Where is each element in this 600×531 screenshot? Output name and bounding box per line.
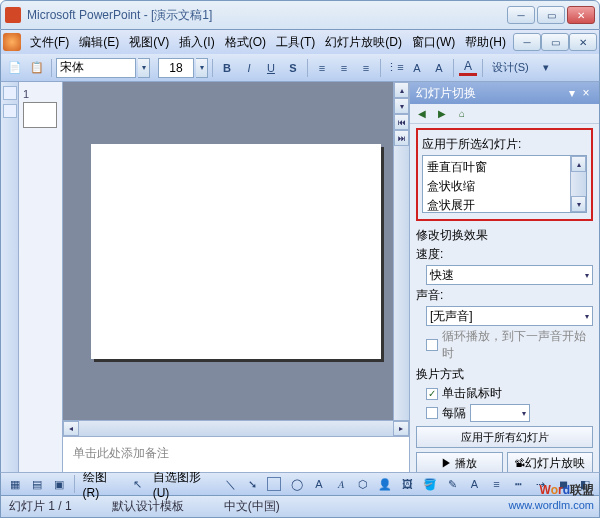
line-color-icon[interactable]: ✎ (443, 474, 462, 494)
font-color-icon[interactable]: A (458, 58, 478, 78)
line-icon[interactable]: ＼ (220, 474, 239, 494)
nav-home-icon[interactable]: ⌂ (454, 106, 470, 122)
font-select[interactable]: 宋体 (56, 58, 136, 78)
menu-slideshow[interactable]: 幻灯片放映(D) (320, 32, 407, 53)
increase-font-icon[interactable]: A (407, 58, 427, 78)
paste-icon[interactable]: 📋 (27, 58, 47, 78)
oval-icon[interactable]: ◯ (287, 474, 306, 494)
menubar: 文件(F) 编辑(E) 视图(V) 插入(I) 格式(O) 工具(T) 幻灯片放… (0, 30, 600, 54)
thumb-number: 1 (23, 88, 58, 100)
prev-slide-icon[interactable]: ⏮ (394, 114, 409, 130)
line-style-icon[interactable]: ≡ (487, 474, 506, 494)
app-icon (5, 7, 21, 23)
italic-button[interactable]: I (239, 58, 259, 78)
list-scroll-down[interactable]: ▾ (571, 196, 586, 212)
apply-all-button[interactable]: 应用于所有幻灯片 (416, 426, 593, 448)
rectangle-icon[interactable] (265, 474, 284, 494)
menu-help[interactable]: 帮助(H) (460, 32, 511, 53)
next-slide-icon[interactable]: ⏭ (394, 130, 409, 146)
play-button[interactable]: ▶ 播放 (416, 452, 503, 472)
decrease-font-icon[interactable]: A (429, 58, 449, 78)
every-checkbox[interactable] (426, 407, 438, 419)
doc-restore[interactable]: ▭ (541, 33, 569, 51)
clipart-icon[interactable]: 👤 (376, 474, 395, 494)
horizontal-scrollbar[interactable]: ◂ ▸ (63, 420, 409, 436)
draw-menu[interactable]: 绘图(R) (80, 469, 125, 500)
align-center-icon[interactable]: ≡ (334, 58, 354, 78)
office-button[interactable] (3, 33, 21, 51)
view-sorter-icon[interactable]: ▤ (27, 474, 46, 494)
arrow-icon[interactable]: ➘ (243, 474, 262, 494)
slide-canvas[interactable] (91, 144, 381, 359)
slides-tab-icon[interactable] (3, 104, 17, 118)
sound-select[interactable]: [无声音]▾ (426, 306, 593, 326)
bullets-icon[interactable]: ⋮≡ (385, 58, 405, 78)
nav-forward-icon[interactable]: ▶ (434, 106, 450, 122)
view-show-icon[interactable]: ▣ (49, 474, 68, 494)
doc-close[interactable]: ✕ (569, 33, 597, 51)
list-scroll-up[interactable]: ▴ (571, 156, 586, 172)
scroll-left-icon[interactable]: ◂ (63, 421, 79, 436)
vertical-scrollbar[interactable]: ▴ ▾ ⏮ ⏭ (393, 82, 409, 420)
autoshapes-menu[interactable]: 自选图形(U) (150, 469, 218, 500)
menu-format[interactable]: 格式(O) (220, 32, 271, 53)
scroll-right-icon[interactable]: ▸ (393, 421, 409, 436)
bold-button[interactable]: B (217, 58, 237, 78)
highlight-box: 应用于所选幻灯片: 垂直百叶窗 盒状收缩 盒状展开 ▴ ▾ (416, 128, 593, 221)
outline-tab-icon[interactable] (3, 86, 17, 100)
menu-edit[interactable]: 编辑(E) (74, 32, 124, 53)
align-left-icon[interactable]: ≡ (312, 58, 332, 78)
transition-list[interactable]: 垂直百叶窗 盒状收缩 盒状展开 ▴ ▾ (422, 155, 587, 213)
speed-select[interactable]: 快速▾ (426, 265, 593, 285)
taskpane-nav: ◀ ▶ ⌂ (410, 104, 599, 124)
slideshow-button[interactable]: 📽 幻灯片放映 (507, 452, 594, 472)
fontsize-dropdown[interactable]: ▾ (196, 58, 208, 78)
status-lang: 中文(中国) (224, 498, 280, 515)
align-right-icon[interactable]: ≡ (356, 58, 376, 78)
fill-color-icon[interactable]: 🪣 (420, 474, 439, 494)
picture-icon[interactable]: 🖼 (398, 474, 417, 494)
view-normal-icon[interactable]: ▦ (5, 474, 24, 494)
toolbar-overflow[interactable]: ▾ (536, 58, 556, 78)
menu-view[interactable]: 视图(V) (124, 32, 174, 53)
nav-back-icon[interactable]: ◀ (414, 106, 430, 122)
close-button[interactable]: ✕ (567, 6, 595, 24)
menu-insert[interactable]: 插入(I) (174, 32, 219, 53)
dash-style-icon[interactable]: ┅ (509, 474, 528, 494)
loop-checkbox[interactable] (426, 339, 438, 351)
diagram-icon[interactable]: ⬡ (354, 474, 373, 494)
arrow-style-icon[interactable]: ⇢ (531, 474, 550, 494)
minimize-button[interactable]: ─ (507, 6, 535, 24)
onclick-checkbox[interactable]: ✓ (426, 388, 438, 400)
interval-input[interactable]: ▾ (470, 404, 530, 422)
shadow-style-icon[interactable]: ◼ (554, 474, 573, 494)
window-title: Microsoft PowerPoint - [演示文稿1] (27, 7, 507, 24)
scroll-up-icon[interactable]: ▴ (394, 82, 409, 98)
select-icon[interactable]: ↖ (127, 474, 146, 494)
notes-pane[interactable]: 单击此处添加备注 (63, 436, 409, 472)
advance-label: 换片方式 (416, 366, 593, 383)
menu-tools[interactable]: 工具(T) (271, 32, 320, 53)
new-icon[interactable]: 📄 (5, 58, 25, 78)
slide-thumbnail[interactable] (23, 102, 57, 128)
transition-item[interactable]: 盒状收缩 (427, 177, 566, 196)
shadow-button[interactable]: S (283, 58, 303, 78)
taskpane-close-icon[interactable]: × (579, 86, 593, 100)
fontsize-select[interactable]: 18 (158, 58, 194, 78)
menu-file[interactable]: 文件(F) (25, 32, 74, 53)
maximize-button[interactable]: ▭ (537, 6, 565, 24)
textbox-icon[interactable]: A (309, 474, 328, 494)
design-button[interactable]: 设计(S) (487, 58, 534, 78)
wordart-icon[interactable]: 𝐴 (331, 474, 350, 494)
font-dropdown[interactable]: ▾ (138, 58, 150, 78)
taskpane-menu-icon[interactable]: ▾ (565, 86, 579, 100)
menu-window[interactable]: 窗口(W) (407, 32, 460, 53)
3d-style-icon[interactable]: ◧ (576, 474, 595, 494)
transition-item[interactable]: 盒状展开 (427, 196, 566, 215)
doc-minimize[interactable]: ─ (513, 33, 541, 51)
font-color-icon2[interactable]: A (465, 474, 484, 494)
taskpane-header: 幻灯片切换 ▾ × (410, 82, 599, 104)
underline-button[interactable]: U (261, 58, 281, 78)
scroll-down-icon[interactable]: ▾ (394, 98, 409, 114)
transition-item[interactable]: 垂直百叶窗 (427, 158, 566, 177)
